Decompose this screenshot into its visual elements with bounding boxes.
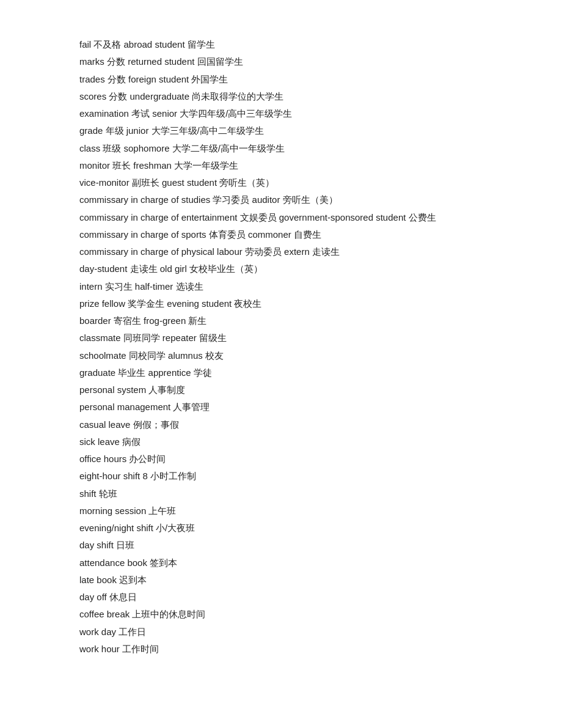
main-content: fail 不及格 abroad student 留学生marks 分数 retu… <box>79 37 483 657</box>
list-item: sick leave 病假 <box>79 434 483 450</box>
list-item: shift 轮班 <box>79 486 483 502</box>
list-item: prize fellow 奖学金生 evening student 夜校生 <box>79 296 483 312</box>
list-item: day-student 走读生 old girl 女校毕业生（英） <box>79 261 483 277</box>
list-item: graduate 毕业生 apprentice 学徒 <box>79 365 483 381</box>
list-item: monitor 班长 freshman 大学一年级学生 <box>79 158 483 174</box>
list-item: classmate 同班同学 repeater 留级生 <box>79 330 483 346</box>
list-item: examination 考试 senior 大学四年级/高中三年级学生 <box>79 106 483 122</box>
list-item: grade 年级 junior 大学三年级/高中二年级学生 <box>79 123 483 139</box>
list-item: morning session 上午班 <box>79 503 483 519</box>
list-item: personal management 人事管理 <box>79 399 483 415</box>
list-item: work hour 工作时间 <box>79 641 483 657</box>
list-item: attendance book 签到本 <box>79 555 483 571</box>
list-item: boarder 寄宿生 frog-green 新生 <box>79 313 483 329</box>
list-item: office hours 办公时间 <box>79 451 483 467</box>
list-item: coffee break 上班中的休息时间 <box>79 606 483 622</box>
list-item: casual leave 例假；事假 <box>79 417 483 433</box>
list-item: work day 工作日 <box>79 624 483 640</box>
list-item: scores 分数 undergraduate 尚未取得学位的大学生 <box>79 89 483 105</box>
list-item: evening/night shift 小/大夜班 <box>79 520 483 536</box>
list-item: intern 实习生 half-timer 选读生 <box>79 279 483 295</box>
list-item: commissary in charge of physical labour … <box>79 244 483 260</box>
list-item: late book 迟到本 <box>79 572 483 588</box>
list-item: class 班级 sophomore 大学二年级/高中一年级学生 <box>79 141 483 156</box>
list-item: day shift 日班 <box>79 537 483 553</box>
list-item: commissary in charge of sports 体育委员 comm… <box>79 227 483 243</box>
list-item: personal system 人事制度 <box>79 382 483 398</box>
list-item: commissary in charge of studies 学习委员 aud… <box>79 192 483 208</box>
list-item: schoolmate 同校同学 alumnus 校友 <box>79 348 483 364</box>
list-item: eight-hour shift 8 小时工作制 <box>79 468 483 484</box>
list-item: day off 休息日 <box>79 589 483 605</box>
list-item: vice-monitor 副班长 guest student 旁听生（英） <box>79 175 483 191</box>
list-item: fail 不及格 abroad student 留学生 <box>79 37 483 53</box>
list-item: marks 分数 returned student 回国留学生 <box>79 54 483 70</box>
list-item: commissary in charge of entertainment 文娱… <box>79 210 483 226</box>
list-item: trades 分数 foreign student 外国学生 <box>79 72 483 87</box>
